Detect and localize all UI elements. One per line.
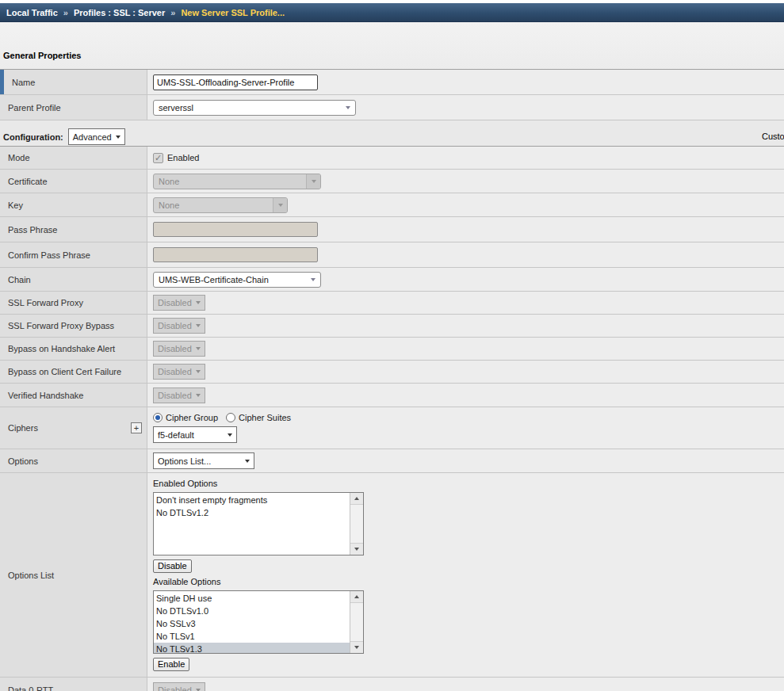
mode-label: Mode [8, 153, 30, 162]
chevron-down-icon [196, 370, 201, 373]
general-properties-title: General Properties [0, 22, 784, 69]
ciphers-expand-button[interactable]: + [131, 422, 142, 433]
enabled-options-scrollbar[interactable] [350, 493, 363, 555]
scroll-down-icon[interactable] [350, 641, 363, 653]
mode-checkbox-label: Enabled [167, 153, 199, 162]
certificate-row: Certificate None [0, 170, 784, 193]
key-dropdown: None [153, 197, 288, 213]
verified-handshake-row: Verified Handshake Disabled [0, 384, 784, 407]
list-item-selected[interactable]: No TLSv1.3 [154, 643, 350, 654]
name-label: Name [12, 78, 35, 87]
available-options-scrollbar[interactable] [350, 591, 363, 653]
ciphers-row: Ciphers + Cipher Group Cipher Suites f5-… [0, 407, 784, 449]
cipher-suites-radio[interactable] [226, 413, 235, 422]
options-value: Options List... [158, 456, 211, 466]
key-label: Key [8, 200, 23, 210]
bypass-client-cert-failure-label: Bypass on Client Cert Failure [8, 367, 121, 376]
chain-row: Chain UMS-WEB-Certificate-Chain [0, 268, 784, 292]
breadcrumb-separator-icon: » [63, 8, 68, 17]
enable-button[interactable]: Enable [153, 658, 189, 671]
pass-phrase-input [153, 222, 318, 237]
name-row: Name [0, 70, 784, 95]
parent-profile-dropdown[interactable]: serverssl [153, 100, 356, 116]
certificate-label: Certificate [8, 177, 48, 186]
chevron-down-icon [116, 136, 120, 139]
data-0rtt-row: Data 0-RTT Disabled [0, 678, 784, 691]
configuration-level-select[interactable]: Advanced [68, 128, 125, 145]
chain-label: Chain [8, 275, 31, 284]
cipher-group-radio[interactable] [153, 413, 163, 422]
available-options-listbox[interactable]: Single DH use No DTLSv1.0 No SSLv3 No TL… [153, 590, 364, 654]
chevron-down-icon [228, 433, 232, 437]
name-value-cell [147, 70, 784, 94]
list-item[interactable]: Single DH use [154, 592, 350, 605]
chevron-down-icon [196, 301, 201, 304]
enabled-options-title: Enabled Options [153, 479, 217, 488]
page-content: General Properties Name Parent Profile s… [0, 22, 784, 691]
cipher-group-select[interactable]: f5-default [153, 426, 237, 443]
data-0rtt-select: Disabled [153, 682, 205, 691]
chevron-down-icon [196, 394, 201, 397]
list-item[interactable]: No DTLSv1.0 [154, 605, 350, 617]
chain-dropdown[interactable]: UMS-WEB-Certificate-Chain [153, 272, 321, 288]
bypass-handshake-alert-select: Disabled [153, 341, 205, 357]
configuration-table: Mode ✓ Enabled Certificate None Key None [0, 146, 784, 691]
list-item[interactable]: No DTLSv1.2 [154, 506, 350, 519]
options-select[interactable]: Options List... [153, 452, 254, 469]
data-0rtt-label: Data 0-RTT [8, 685, 53, 691]
certificate-dropdown: None [153, 174, 321, 189]
confirm-pass-phrase-input [153, 247, 318, 262]
parent-profile-label: Parent Profile [8, 103, 61, 113]
options-list-row: Options List Enabled Options Don't inser… [0, 473, 784, 678]
scroll-up-icon[interactable] [350, 493, 363, 505]
bypass-handshake-alert-label: Bypass on Handshake Alert [8, 344, 115, 353]
list-item[interactable]: Don't insert empty fragments [154, 494, 350, 506]
chain-value: UMS-WEB-Certificate-Chain [154, 275, 306, 284]
chevron-down-icon [245, 460, 250, 463]
chevron-down-icon [306, 174, 320, 189]
chevron-down-icon [196, 347, 201, 350]
chevron-down-icon [196, 324, 201, 327]
breadcrumb-current-page: New Server SSL Profile... [181, 8, 285, 17]
chevron-down-icon [273, 198, 287, 212]
parent-profile-row: Parent Profile serverssl [0, 95, 784, 120]
breadcrumb-local-traffic[interactable]: Local Traffic [6, 8, 58, 17]
bypass-handshake-alert-row: Bypass on Handshake Alert Disabled [0, 338, 784, 361]
breadcrumb: Local Traffic » Profiles : SSL : Server … [0, 3, 784, 22]
breadcrumb-profiles-ssl-server[interactable]: Profiles : SSL : Server [74, 8, 165, 17]
list-item[interactable]: No TLSv1 [154, 630, 350, 643]
data-0rtt-value: Disabled [158, 685, 192, 691]
cipher-group-value: f5-default [158, 430, 194, 440]
ssl-forward-proxy-value: Disabled [158, 298, 192, 307]
mode-row: Mode ✓ Enabled [0, 147, 784, 170]
chevron-down-icon[interactable] [341, 101, 355, 115]
general-properties-table: Name Parent Profile serverssl [0, 69, 784, 120]
breadcrumb-separator-icon: » [170, 8, 175, 17]
verified-handshake-select: Disabled [153, 387, 205, 403]
cipher-suites-radio-label: Cipher Suites [239, 413, 291, 422]
enabled-options-listbox[interactable]: Don't insert empty fragments No DTLSv1.2 [153, 492, 364, 555]
verified-handshake-label: Verified Handshake [8, 391, 83, 400]
confirm-pass-phrase-row: Confirm Pass Phrase [0, 242, 784, 268]
disable-button[interactable]: Disable [153, 559, 192, 573]
scroll-down-icon[interactable] [350, 543, 363, 555]
pass-phrase-label: Pass Phrase [8, 225, 57, 235]
scroll-up-icon[interactable] [350, 591, 363, 603]
ssl-forward-proxy-bypass-row: SSL Forward Proxy Bypass Disabled [0, 315, 784, 338]
configuration-level-value: Advanced [73, 132, 112, 142]
ssl-forward-proxy-bypass-select: Disabled [153, 318, 205, 334]
parent-profile-value-cell: serverssl [147, 95, 784, 120]
verified-handshake-value: Disabled [158, 391, 192, 400]
pass-phrase-row: Pass Phrase [0, 217, 784, 242]
name-label-cell: Name [0, 70, 147, 94]
ssl-forward-proxy-row: SSL Forward Proxy Disabled [0, 292, 784, 315]
parent-profile-label-cell: Parent Profile [0, 95, 147, 120]
list-item[interactable]: No SSLv3 [154, 617, 350, 630]
ssl-forward-proxy-bypass-label: SSL Forward Proxy Bypass [8, 321, 114, 330]
chevron-down-icon[interactable] [306, 273, 320, 287]
options-label: Options [8, 456, 38, 466]
name-input[interactable] [153, 74, 318, 90]
ssl-forward-proxy-label: SSL Forward Proxy [8, 298, 83, 307]
parent-profile-value: serverssl [154, 103, 341, 113]
available-options-title: Available Options [153, 577, 220, 586]
